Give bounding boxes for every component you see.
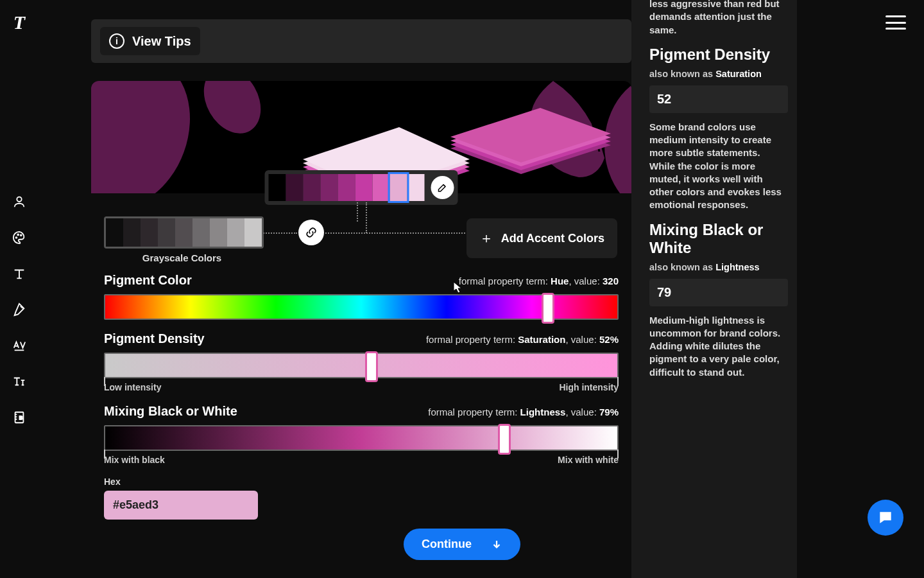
info-panel: less aggressive than red but demands att… [631,0,797,578]
edit-swatches-button[interactable] [431,176,454,199]
saturation-slider-block: Pigment Density formal property term: Sa… [104,331,619,392]
gray-swatch[interactable] [123,218,141,247]
hue-thumb[interactable] [542,293,554,324]
sat-high-label: High intensity [559,382,619,392]
menu-button[interactable] [886,15,906,30]
chat-icon [877,509,894,526]
light-low-label: Mix with black [104,455,165,465]
pen-icon[interactable] [10,301,28,319]
brand-swatch-selected[interactable] [390,174,407,201]
brand-swatch[interactable] [407,174,425,201]
hue-slider-block: Pigment Color formal property term: Hue,… [104,273,619,320]
gray-swatch[interactable] [158,218,175,247]
gray-swatch[interactable] [210,218,227,247]
saturation-meta: formal property term: Saturation, value:… [426,334,619,345]
svg-point-0 [17,197,21,202]
brand-swatches [265,170,458,205]
svg-point-2 [17,234,19,236]
hue-title: Pigment Color [104,273,192,288]
info-icon: i [109,33,124,49]
view-tips-label: View Tips [132,34,191,49]
gray-swatch[interactable] [175,218,193,247]
density-heading: Pigment Density [649,46,788,64]
density-value: 52 [649,85,788,113]
svg-point-1 [16,237,17,238]
type-icon[interactable] [10,265,28,283]
brand-swatch[interactable] [269,174,286,201]
text-scale-icon[interactable] [10,372,28,390]
logo[interactable]: T [13,12,25,33]
brand-swatch[interactable] [304,174,321,201]
svg-text:B: B [19,415,22,421]
lightness-desc: Medium-high lightness is uncommon for br… [649,314,788,379]
intro-text: less aggressive than red but demands att… [649,0,788,37]
add-accent-button[interactable]: ＋ Add Accent Colors [466,218,617,258]
brand-swatch[interactable] [286,174,304,201]
gray-swatch[interactable] [141,218,158,247]
svg-point-7 [193,81,272,144]
lightness-meta: formal property term: Lightness, value: … [428,407,619,417]
lightness-heading: Mixing Black or White [649,221,788,257]
light-high-label: Mix with white [558,455,619,465]
link-palettes-button[interactable] [298,220,324,245]
add-accent-label: Add Accent Colors [501,232,604,245]
arrow-down-icon [491,539,502,550]
brand-swatch[interactable] [338,174,355,201]
hue-meta: formal property term: Hue, value: 320 [459,276,619,286]
brand-swatch[interactable] [321,174,338,201]
continue-button[interactable]: Continue [404,529,520,560]
hex-input[interactable]: #e5aed3 [104,491,258,520]
lightness-track[interactable] [104,425,619,451]
grayscale-swatches [104,216,264,249]
kerning-icon[interactable] [10,337,28,355]
lightness-title: Mixing Black or White [104,404,237,419]
brand-swatch[interactable] [373,174,390,201]
user-icon[interactable] [10,193,28,211]
grayscale-label: Grayscale Colors [104,252,260,263]
density-desc: Some brand colors use medium intensity t… [649,121,788,212]
saturation-track[interactable] [104,353,619,378]
hex-label: Hex [104,477,619,487]
lightness-value: 79 [649,279,788,306]
svg-point-6 [91,81,210,193]
gray-swatch[interactable] [106,218,123,247]
gray-swatch[interactable] [193,218,210,247]
svg-point-3 [21,234,22,236]
gray-swatch[interactable] [244,218,262,247]
continue-label: Continue [422,538,472,551]
density-aka: also known as Saturation [649,69,788,79]
brand-book-icon[interactable]: B [10,408,28,426]
sat-low-label: Low intensity [104,382,161,392]
lightness-thumb[interactable] [498,424,511,455]
hue-track[interactable] [104,294,619,320]
palette-icon[interactable] [10,229,28,247]
saturation-title: Pigment Density [104,331,205,346]
gray-swatch[interactable] [227,218,244,247]
brand-swatch[interactable] [355,174,373,201]
tips-bar: i View Tips [91,19,631,63]
saturation-thumb[interactable] [365,351,378,382]
lightness-aka: also known as Lightness [649,262,788,272]
view-tips-button[interactable]: i View Tips [100,27,200,55]
chat-button[interactable] [868,500,903,536]
lightness-slider-block: Mixing Black or White formal property te… [104,404,619,465]
plus-icon: ＋ [479,229,493,248]
